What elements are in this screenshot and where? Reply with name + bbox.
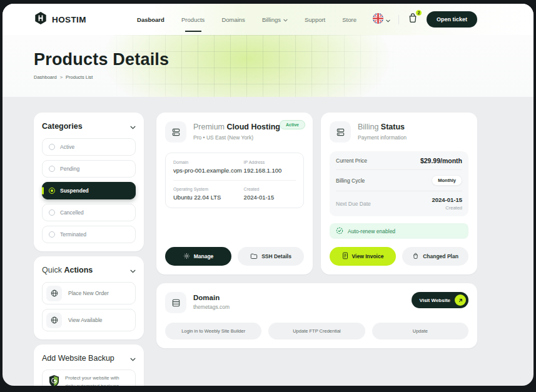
field-label: Created — [244, 187, 296, 191]
quick-actions-card: Quick Actions Place New Order Vi — [34, 256, 144, 339]
place-new-order-button[interactable]: Place New Order — [42, 282, 136, 304]
field-value: 2024-01-15 — [244, 194, 296, 201]
content-area: Active Premium Cloud Hosting Pro • US Ea… — [156, 113, 477, 386]
globe-icon — [46, 286, 62, 301]
category-option-active[interactable]: Active — [42, 138, 136, 156]
bag-icon — [412, 253, 419, 261]
hosting-title: Premium Cloud Hosting — [193, 123, 280, 131]
chevron-down-icon — [130, 121, 136, 132]
brand-name: HOSTIM — [52, 15, 86, 24]
field-value: 192.168.1.100 — [244, 167, 296, 174]
change-plan-label: Changed Plan — [423, 253, 458, 259]
update-ftp-button[interactable]: Update FTP Credential — [268, 323, 365, 339]
header-actions: 2 Open ticket — [373, 11, 477, 28]
billing-title-bold: Status — [381, 123, 405, 131]
category-label: Terminated — [60, 231, 86, 238]
categories-list: Active Pending Suspended Cancelled — [42, 138, 136, 243]
categories-header[interactable]: Categories — [42, 121, 136, 132]
category-option-terminated[interactable]: Terminated — [42, 226, 136, 243]
view-invoice-button[interactable]: View Invoice — [330, 247, 396, 266]
category-label: Pending — [60, 166, 79, 172]
invoice-icon — [342, 252, 348, 261]
billing-row-label: Current Price — [336, 158, 367, 164]
billing-due-date: 2024-01-15 — [432, 196, 462, 203]
radio-icon — [49, 231, 55, 238]
backup-description: Protect your website with daily automate… — [65, 374, 129, 386]
billing-row-due: Next Due Date 2024-01-15 Created — [336, 191, 462, 216]
arrow-up-right-icon — [455, 294, 466, 306]
nav-item-billings-label: Billings — [262, 16, 281, 23]
quick-actions-header[interactable]: Quick Actions — [42, 264, 136, 276]
field-label: IP Address — [244, 160, 296, 164]
billing-row-cycle: Billing Cycle Monthly — [336, 170, 462, 191]
ssh-details-button[interactable]: SSH Details — [238, 247, 304, 266]
update-button[interactable]: Update — [372, 323, 468, 339]
hosting-buttons: Manage SSH Details — [165, 239, 304, 266]
ssh-details-button-label: SSH Details — [261, 253, 291, 259]
uk-flag-icon — [373, 13, 383, 26]
open-ticket-button[interactable]: Open ticket — [427, 11, 477, 28]
visit-website-button[interactable]: Visit Website — [412, 292, 469, 308]
domain-title: Domain — [193, 294, 230, 301]
folder-icon — [250, 253, 258, 261]
nav-item-support[interactable]: Support — [305, 16, 325, 23]
domain-card-titles: Domain themetags.com — [193, 292, 230, 313]
gear-icon — [183, 253, 190, 261]
domain-card: Visit Website Domain themetags.com Log — [156, 283, 477, 348]
category-option-cancelled[interactable]: Cancelled — [42, 204, 136, 221]
breadcrumb-home[interactable]: Dashboard — [34, 74, 57, 80]
field-label: Operating System — [173, 187, 244, 191]
cart-button[interactable]: 2 — [407, 13, 418, 26]
domain-name: themetags.com — [193, 304, 230, 310]
auto-renew-banner: Auto-renew enabled — [330, 223, 468, 239]
field-value: vps-pro-001.example.com — [173, 167, 244, 174]
category-option-pending[interactable]: Pending — [42, 160, 136, 178]
billing-subtitle: Payment information — [358, 134, 407, 141]
breadcrumb-separator: > — [60, 74, 63, 80]
nav-item-products[interactable]: Products — [181, 16, 205, 23]
quick-actions-title: Quick Actions — [42, 266, 93, 274]
globe-icon — [46, 313, 62, 328]
billing-due-sub: Created — [432, 205, 462, 211]
view-available-button[interactable]: View Available — [42, 309, 136, 331]
chevron-down-icon — [386, 14, 390, 25]
hexagon-logo-icon — [34, 11, 48, 28]
quick-action-label: Place New Order — [68, 290, 109, 296]
top-cards-row: Active Premium Cloud Hosting Pro • US Ea… — [156, 113, 477, 274]
chevron-down-icon — [130, 264, 136, 276]
backup-promo[interactable]: Protect your website with daily automate… — [42, 369, 136, 386]
category-option-suspended[interactable]: Suspended — [42, 182, 136, 199]
nav-item-store[interactable]: Store — [342, 16, 356, 23]
field-label: Domain — [173, 160, 244, 164]
billing-card-titles: Billing Status Payment information — [358, 121, 407, 143]
nav-item-domains[interactable]: Domains — [221, 16, 245, 23]
billing-cycle-badge: Monthly — [432, 175, 462, 186]
category-label: Cancelled — [60, 209, 84, 216]
billing-title-light: Billing — [358, 123, 378, 131]
radio-icon — [49, 188, 55, 194]
backup-header[interactable]: Add Website Backup — [42, 353, 136, 364]
nav-item-dashboard[interactable]: Dasboard — [137, 16, 164, 23]
billing-icon — [330, 121, 351, 143]
server-icon — [165, 121, 186, 143]
language-selector[interactable] — [373, 13, 390, 26]
quick-action-label: View Available — [68, 317, 103, 323]
billing-card: Billing Status Payment information Curre… — [321, 113, 477, 274]
radio-icon — [49, 144, 55, 150]
weebly-login-button[interactable]: Login in to Weebly Site Builder — [165, 323, 261, 339]
backup-title: Add Website Backup — [42, 354, 114, 363]
check-circle-icon — [336, 227, 343, 236]
brand-logo[interactable]: HOSTIM — [34, 11, 86, 28]
cart-badge: 2 — [415, 9, 422, 16]
billing-price-value: $29.99/month — [420, 157, 462, 164]
hosting-title-bold: Cloud Hosting — [227, 123, 280, 131]
change-plan-button[interactable]: Changed Plan — [402, 247, 468, 266]
manage-button[interactable]: Manage — [165, 247, 231, 266]
billing-buttons: View Invoice Changed Plan — [330, 239, 468, 266]
radio-icon — [49, 209, 55, 216]
quick-actions-title-light: Quick — [42, 266, 62, 274]
billing-due-value: 2024-01-15 Created — [432, 196, 462, 211]
field-value: Ubuntu 22.04 LTS — [173, 194, 244, 201]
page-hero: Products Details Dashboard > Products Li… — [3, 35, 533, 97]
nav-item-billings[interactable]: Billings — [262, 16, 288, 23]
